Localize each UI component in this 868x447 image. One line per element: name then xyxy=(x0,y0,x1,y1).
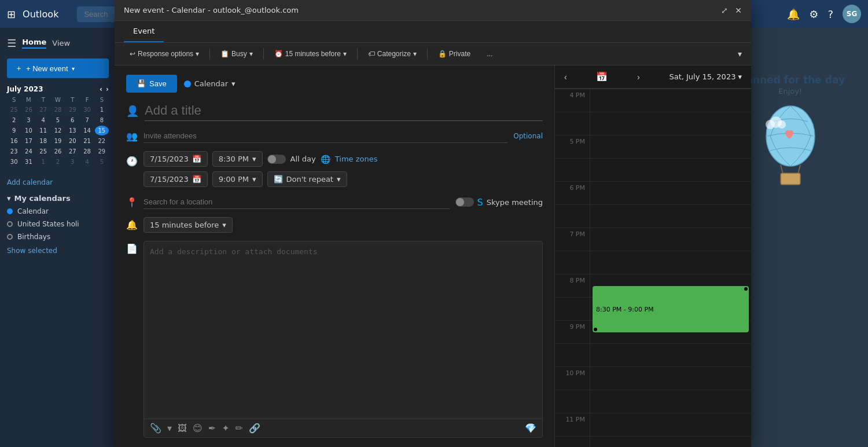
save-button[interactable]: 💾 Save xyxy=(126,75,177,93)
reminder-toolbar-button[interactable]: ⏰ 15 minutes before ▾ xyxy=(269,47,352,60)
cal-day[interactable]: 22 xyxy=(95,136,109,146)
slot-area-4pm[interactable] xyxy=(590,89,751,112)
description-input[interactable] xyxy=(144,241,542,419)
help-icon[interactable]: ? xyxy=(827,8,833,20)
settings-icon[interactable]: ⚙ xyxy=(809,8,818,20)
calendar-item-main[interactable]: Calendar xyxy=(7,205,109,218)
cal-day[interactable]: 24 xyxy=(21,146,35,156)
cal-day[interactable]: 28 xyxy=(80,146,94,156)
title-input[interactable] xyxy=(145,101,543,121)
view-tab[interactable]: View xyxy=(52,39,70,47)
cal-day[interactable]: 25 xyxy=(36,146,50,156)
busy-button[interactable]: 📋 Busy ▾ xyxy=(215,47,259,60)
pen-icon[interactable]: ✏ xyxy=(236,423,243,434)
calendar-item-birthdays[interactable]: Birthdays xyxy=(7,230,109,243)
optional-label[interactable]: Optional xyxy=(513,132,543,140)
cal-day[interactable]: 12 xyxy=(51,126,65,135)
cal-day[interactable]: 6 xyxy=(65,115,79,125)
cal-day[interactable]: 11 xyxy=(36,126,50,135)
slot-area-5pm[interactable] xyxy=(590,135,751,158)
skype-switch[interactable] xyxy=(455,197,474,207)
toolbar-collapse-button[interactable]: ▾ xyxy=(738,49,742,58)
right-panel-date[interactable]: Sat, July 15, 2023 ▾ xyxy=(669,72,742,81)
slot-area-8pm[interactable]: 8:30 PM - 9:00 PM xyxy=(590,274,751,297)
tab-event[interactable]: Event xyxy=(124,21,164,42)
cal-day-selected[interactable]: 15 xyxy=(95,126,109,135)
add-calendar-link[interactable]: Add calendar xyxy=(7,176,53,189)
ink-icon[interactable]: ✒ xyxy=(208,423,216,434)
link-icon[interactable]: 🔗 xyxy=(249,423,260,434)
slot-area-10pm[interactable] xyxy=(590,367,751,390)
cal-day[interactable]: 17 xyxy=(21,136,35,146)
cal-day[interactable]: 26 xyxy=(21,105,35,115)
home-tab[interactable]: Home xyxy=(22,38,46,49)
modal-close-icon[interactable]: ✕ xyxy=(735,6,742,15)
cal-day[interactable]: 27 xyxy=(65,146,79,156)
cal-day[interactable]: 8 xyxy=(95,115,109,125)
my-calendars-header[interactable]: ▾ My calendars xyxy=(0,189,116,205)
slot-area-630pm[interactable] xyxy=(590,205,751,228)
cal-prev-arrow[interactable]: ‹ xyxy=(100,85,102,93)
cal-day[interactable]: 30 xyxy=(7,157,21,167)
cal-day[interactable]: 2 xyxy=(51,157,65,167)
cal-day[interactable]: 27 xyxy=(36,105,50,115)
cal-day[interactable]: 23 xyxy=(7,146,21,156)
right-panel-next-arrow[interactable]: › xyxy=(637,72,640,82)
slot-area-930pm[interactable] xyxy=(590,344,751,367)
cal-day[interactable]: 3 xyxy=(21,115,35,125)
grid-icon[interactable]: ⊞ xyxy=(7,8,16,20)
show-selected-link[interactable]: Show selected xyxy=(0,243,116,258)
slot-area-530pm[interactable] xyxy=(590,159,751,181)
more-options-button[interactable]: ... xyxy=(481,47,498,60)
cal-day[interactable]: 13 xyxy=(65,126,79,135)
cal-day[interactable]: 14 xyxy=(80,126,94,135)
emoji-icon[interactable]: 😊 xyxy=(193,423,203,434)
start-time-picker[interactable]: 8:30 PM ▾ xyxy=(212,151,263,167)
cal-day[interactable]: 29 xyxy=(65,105,79,115)
cal-next-arrow[interactable]: › xyxy=(106,85,109,93)
cal-day[interactable]: 4 xyxy=(36,115,50,125)
right-panel-prev-arrow[interactable]: ‹ xyxy=(564,72,567,82)
slot-area-7pm[interactable] xyxy=(590,228,751,251)
calendar-item-us[interactable]: United States holi xyxy=(7,218,109,230)
cal-day[interactable]: 2 xyxy=(7,115,21,125)
slot-area-6pm[interactable] xyxy=(590,182,751,204)
cal-day[interactable]: 31 xyxy=(21,157,35,167)
end-time-picker[interactable]: 9:00 PM ▾ xyxy=(212,171,263,187)
modal-expand-icon[interactable]: ⤢ xyxy=(721,6,728,15)
attendees-input[interactable] xyxy=(144,129,507,143)
calendar-grid-icon[interactable]: 📅 xyxy=(596,71,608,82)
cal-day[interactable]: 25 xyxy=(7,105,21,115)
location-input[interactable] xyxy=(144,195,450,209)
cal-day[interactable]: 4 xyxy=(80,157,94,167)
image-icon[interactable]: 🖼 xyxy=(178,423,187,434)
cal-day[interactable]: 7 xyxy=(80,115,94,125)
calendar-selector[interactable]: Calendar ▾ xyxy=(184,79,236,88)
cal-day[interactable]: 1 xyxy=(36,157,50,167)
response-options-button[interactable]: ↩ Response options ▾ xyxy=(124,47,205,60)
cal-day[interactable]: 18 xyxy=(36,136,50,146)
private-button[interactable]: 🔒 Private xyxy=(432,47,476,60)
cal-day[interactable]: 19 xyxy=(51,136,65,146)
cal-day[interactable]: 21 xyxy=(80,136,94,146)
allday-switch[interactable] xyxy=(267,155,286,164)
avatar[interactable]: SG xyxy=(843,5,861,23)
categorize-button[interactable]: 🏷 Categorize ▾ xyxy=(362,47,422,60)
repeat-select[interactable]: 🔄 Don't repeat ▾ xyxy=(267,171,347,187)
new-event-button[interactable]: ＋ + New event ▾ xyxy=(7,58,109,78)
cal-day[interactable]: 5 xyxy=(51,115,65,125)
slot-area-1030pm[interactable] xyxy=(590,390,751,413)
cal-day[interactable]: 5 xyxy=(95,157,109,167)
start-date-picker[interactable]: 7/15/2023 📅 xyxy=(144,151,208,167)
hamburger-icon[interactable]: ☰ xyxy=(7,37,16,49)
cal-day[interactable]: 1 xyxy=(95,105,109,115)
slot-area-730pm[interactable] xyxy=(590,251,751,274)
cal-day[interactable]: 20 xyxy=(65,136,79,146)
timezone-link[interactable]: Time zones xyxy=(335,155,378,163)
attach-chevron[interactable]: ▾ xyxy=(167,423,172,434)
cal-day[interactable]: 9 xyxy=(7,126,21,135)
cal-day[interactable]: 3 xyxy=(65,157,79,167)
cal-day[interactable]: 10 xyxy=(21,126,35,135)
cal-day[interactable]: 30 xyxy=(80,105,94,115)
slot-area-11pm[interactable] xyxy=(590,413,751,436)
